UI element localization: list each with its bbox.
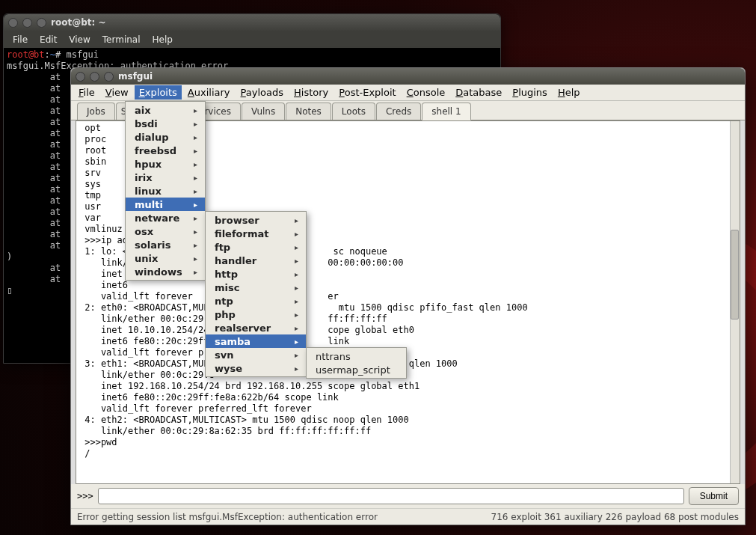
status-bar: Error getting session list msfgui.MsfExc…	[71, 508, 745, 525]
menu-item-handler[interactable]: handler▸	[206, 254, 306, 267]
menu-payloads[interactable]: Payloads	[236, 85, 288, 100]
menu-database[interactable]: Database	[451, 85, 506, 100]
prompt-label: >>>	[77, 491, 93, 501]
menu-item-misc[interactable]: misc▸	[206, 281, 306, 294]
menu-item-nttrans[interactable]: nttrans	[307, 349, 406, 363]
menu-item-samba[interactable]: samba▸	[206, 334, 306, 348]
tab-shell-1[interactable]: shell 1	[422, 103, 470, 120]
submenu-arrow-icon: ▸	[295, 297, 298, 305]
menu-post-exploit[interactable]: Post-Exploit	[334, 85, 400, 100]
window-max-icon[interactable]	[104, 72, 114, 82]
prompt-path: ~	[50, 49, 55, 60]
menu-file[interactable]: File	[74, 85, 99, 100]
submenu-arrow-icon: ▸	[194, 227, 197, 236]
terminal-stack: at at at at at at at at at at at at at a…	[7, 72, 61, 284]
menu-item-windows[interactable]: windows▸	[126, 265, 205, 278]
menu-help[interactable]: Help	[553, 85, 585, 100]
terminal-menu-view[interactable]: View	[64, 33, 94, 46]
terminal-menu-help[interactable]: Help	[148, 33, 177, 46]
command-input[interactable]	[98, 488, 684, 504]
submenu-arrow-icon: ▸	[295, 270, 298, 278]
tab-creds[interactable]: Creds	[376, 103, 421, 120]
submenu-arrow-icon: ▸	[194, 120, 197, 128]
window-max-icon[interactable]	[37, 18, 46, 28]
submenu-arrow-icon: ▸	[194, 160, 197, 168]
submenu-arrow-icon: ▸	[194, 201, 197, 209]
window-min-icon[interactable]	[90, 72, 99, 82]
submenu-arrow-icon: ▸	[194, 147, 197, 155]
submenu-arrow-icon: ▸	[194, 254, 197, 263]
menu-item-aix[interactable]: aix▸	[126, 103, 205, 117]
menu-item-solaris[interactable]: solaris▸	[126, 238, 205, 251]
submenu-arrow-icon: ▸	[295, 230, 298, 238]
window-min-icon[interactable]	[22, 18, 32, 28]
submenu-arrow-icon: ▸	[295, 311, 298, 319]
submit-button[interactable]: Submit	[689, 487, 739, 505]
window-close-icon[interactable]	[8, 18, 18, 28]
submenu-arrow-icon: ▸	[295, 337, 298, 346]
menu-history[interactable]: History	[289, 85, 333, 100]
menu-item-bsdi[interactable]: bsdi▸	[126, 117, 205, 130]
menu-item-usermap-script[interactable]: usermap_script	[307, 363, 406, 376]
submenu-arrow-icon: ▸	[194, 268, 197, 276]
scrollbar[interactable]	[730, 121, 740, 483]
prompt-sep: :	[45, 49, 50, 60]
prompt-sym: #	[55, 49, 61, 60]
menu-item-http[interactable]: http▸	[206, 267, 306, 281]
terminal-menu-file[interactable]: File	[8, 33, 32, 46]
submenu-arrow-icon: ▸	[295, 351, 298, 359]
menu-item-realserver[interactable]: realserver▸	[206, 321, 306, 334]
exploits-menu-level3[interactable]: nttransusermap_script	[306, 347, 407, 379]
menu-item-fileformat[interactable]: fileformat▸	[206, 227, 306, 240]
terminal-title: root@bt: ~	[51, 17, 106, 28]
menu-item-multi[interactable]: multi▸	[126, 198, 205, 211]
menu-item-unix[interactable]: unix▸	[126, 251, 205, 265]
menu-item-linux[interactable]: linux▸	[126, 184, 205, 198]
exploits-menu-level2[interactable]: browser▸fileformat▸ftp▸handler▸http▸misc…	[205, 211, 307, 377]
prompt-user: root@bt	[7, 49, 45, 60]
tab-jobs[interactable]: Jobs	[77, 103, 115, 120]
msfgui-titlebar[interactable]: msfgui	[71, 68, 745, 85]
tab-vulns[interactable]: Vulns	[242, 103, 285, 120]
submenu-arrow-icon: ▸	[194, 241, 197, 249]
menu-item-hpux[interactable]: hpux▸	[126, 157, 205, 171]
submenu-arrow-icon: ▸	[194, 133, 197, 141]
menu-item-osx[interactable]: osx▸	[126, 224, 205, 238]
submenu-arrow-icon: ▸	[295, 284, 298, 292]
menu-item-browser[interactable]: browser▸	[206, 213, 306, 227]
window-close-icon[interactable]	[76, 72, 85, 82]
menu-console[interactable]: Console	[402, 85, 450, 100]
terminal-titlebar[interactable]: root@bt: ~	[4, 14, 500, 31]
terminal-menu-edit[interactable]: Edit	[35, 33, 61, 46]
exploits-menu-level1[interactable]: aix▸bsdi▸dialup▸freebsd▸hpux▸irix▸linux▸…	[125, 101, 206, 281]
terminal-command: msfgui	[67, 49, 99, 60]
submenu-arrow-icon: ▸	[194, 174, 197, 182]
menu-plugins[interactable]: Plugins	[508, 85, 552, 100]
terminal-cursor: ▯	[7, 285, 12, 296]
menu-item-freebsd[interactable]: freebsd▸	[126, 144, 205, 157]
terminal-menu-terminal[interactable]: Terminal	[98, 33, 145, 46]
menu-auxiliary[interactable]: Auxiliary	[183, 85, 235, 100]
tab-notes[interactable]: Notes	[286, 103, 331, 120]
menu-item-svn[interactable]: svn▸	[206, 348, 306, 361]
menu-item-ftp[interactable]: ftp▸	[206, 240, 306, 254]
menu-item-ntp[interactable]: ntp▸	[206, 294, 306, 308]
status-left: Error getting session list msfgui.MsfExc…	[77, 512, 378, 522]
menu-item-irix[interactable]: irix▸	[126, 171, 205, 184]
menu-item-php[interactable]: php▸	[206, 308, 306, 321]
menu-view[interactable]: View	[101, 85, 133, 100]
status-right: 716 exploit 361 auxiliary 226 payload 68…	[491, 512, 739, 522]
menu-item-wyse[interactable]: wyse▸	[206, 361, 306, 375]
submenu-arrow-icon: ▸	[295, 243, 298, 251]
scrollbar-thumb[interactable]	[731, 230, 739, 320]
menu-exploits[interactable]: Exploits	[135, 85, 182, 100]
submenu-arrow-icon: ▸	[194, 214, 197, 222]
submenu-arrow-icon: ▸	[295, 216, 298, 224]
menu-item-netware[interactable]: netware▸	[126, 211, 205, 224]
submenu-arrow-icon: ▸	[194, 187, 197, 195]
submenu-arrow-icon: ▸	[295, 364, 298, 373]
tab-loots[interactable]: Loots	[332, 103, 375, 120]
msfgui-title: msfgui	[118, 71, 153, 82]
submenu-arrow-icon: ▸	[194, 106, 197, 114]
menu-item-dialup[interactable]: dialup▸	[126, 130, 205, 144]
